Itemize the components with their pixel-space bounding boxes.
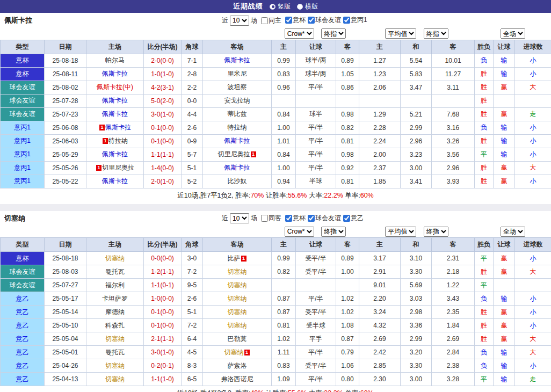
team-link[interactable]: 佩斯卡拉(中): [97, 83, 133, 91]
league-filter[interactable]: 意丙1: [341, 16, 367, 25]
league-filter-checkbox[interactable]: [285, 17, 292, 24]
league-filter-checkbox[interactable]: [343, 215, 350, 222]
corner-cell: 7-2: [182, 319, 203, 332]
average-time-select[interactable]: 终指: [424, 28, 448, 39]
match-count-select[interactable]: 10: [230, 213, 249, 223]
asia-home-odds-cell: 1.11: [272, 346, 296, 359]
score-cell: 1-0(1-0): [144, 67, 182, 81]
team-link[interactable]: 佩斯卡拉: [102, 177, 128, 185]
team-link[interactable]: 切塞纳: [105, 362, 125, 369]
team-link[interactable]: 比萨: [228, 255, 241, 262]
goals-result-cell: 大: [515, 81, 551, 94]
team-link[interactable]: 佩斯卡拉: [102, 70, 128, 77]
team-link[interactable]: 弗洛西诺尼: [221, 375, 253, 383]
bookmaker-time-select[interactable]: 终指: [321, 227, 346, 237]
league-filter[interactable]: 意杯: [283, 214, 306, 223]
team-link[interactable]: 安戈拉纳: [224, 97, 250, 104]
asia-handicap-cell: [296, 94, 336, 107]
same-venue-checkbox[interactable]: [261, 215, 268, 222]
league-filter-checkbox[interactable]: [285, 215, 292, 222]
team-link[interactable]: 切塞纳: [105, 335, 125, 343]
team-link[interactable]: 科森扎: [105, 322, 125, 329]
team-link[interactable]: 切塞纳: [224, 349, 244, 356]
team-link[interactable]: 特拉纳: [228, 124, 247, 131]
team-link[interactable]: 里米尼: [228, 70, 247, 77]
same-venue-checkbox[interactable]: [261, 17, 268, 24]
team-link[interactable]: 佩斯卡拉: [102, 150, 128, 158]
scope-select[interactable]: 全场: [501, 28, 525, 39]
blank-header: [1, 28, 272, 40]
same-venue-filter[interactable]: 同主: [259, 16, 281, 25]
team-link[interactable]: 蒂比兹: [228, 110, 247, 118]
team-link[interactable]: 切塞纳: [105, 375, 125, 383]
radio-icon[interactable]: [297, 4, 303, 10]
team-link[interactable]: 切塞纳: [228, 268, 247, 275]
euro-away-odds-cell: 2.35: [432, 306, 475, 319]
asia-away-odds-cell: 0.81: [336, 134, 359, 148]
view-option-vertical[interactable]: 竖版: [270, 2, 291, 11]
bookmaker-select[interactable]: Crow*: [285, 28, 314, 39]
scope-select[interactable]: 全场: [501, 227, 525, 237]
league-filter[interactable]: 球会友谊: [306, 16, 341, 25]
team-link[interactable]: 切塞纳: [228, 281, 247, 289]
team-link[interactable]: 佩斯卡拉: [224, 56, 250, 64]
score-cell: 0-1(0-0): [144, 121, 182, 134]
league-filter[interactable]: 意杯: [283, 16, 306, 25]
league-type-cell: 意杯: [1, 252, 45, 265]
corner-cell: 6-4: [182, 332, 203, 346]
team-link[interactable]: 帕尔马: [105, 56, 125, 64]
score-cell: 3-0(1-0): [144, 107, 182, 121]
match-count-select[interactable]: 10: [230, 16, 249, 26]
goals-result-cell: 走: [515, 373, 551, 386]
league-filter-checkbox[interactable]: [343, 17, 350, 24]
average-time-select[interactable]: 终指: [424, 227, 448, 237]
team-link[interactable]: 切塞纳: [105, 255, 125, 262]
league-filter-checkbox[interactable]: [308, 17, 315, 24]
team-link[interactable]: 比沙奴: [228, 177, 247, 185]
asia-away-odds-cell: 0.80: [336, 373, 359, 386]
view-option-horizontal[interactable]: 横版: [297, 2, 318, 11]
team-link[interactable]: 切塞纳: [228, 308, 247, 316]
team-link[interactable]: 佩斯卡拉: [105, 124, 131, 131]
same-venue-filter[interactable]: 同客: [259, 214, 281, 223]
radio-icon[interactable]: [270, 4, 276, 10]
team-link[interactable]: 特拉纳: [108, 137, 128, 144]
result-cell: 胜: [475, 67, 494, 81]
team-link[interactable]: 卡坦萨罗: [102, 295, 128, 302]
summary-segment: 让胜率:: [264, 192, 287, 199]
league-type-cell: 球会友谊: [1, 107, 45, 121]
euro-home-odds-cell: 2.69: [359, 332, 401, 346]
team-link[interactable]: 切塞纳: [228, 322, 247, 329]
team-link[interactable]: 切里尼奥拉: [218, 150, 250, 158]
team-link[interactable]: 佩斯卡拉: [102, 110, 128, 118]
team-link[interactable]: 佩斯卡拉: [224, 164, 250, 171]
summary-segment: 55.6%: [288, 389, 307, 392]
team-link[interactable]: 波坦察: [228, 83, 247, 91]
team-link[interactable]: 萨索洛: [228, 362, 247, 369]
team-link[interactable]: 佩斯卡拉: [224, 137, 250, 144]
team-link[interactable]: 福尔利: [105, 281, 125, 289]
asia-home-odds-cell: 0.87: [272, 306, 296, 319]
away-team-cell: 里米尼: [203, 67, 272, 81]
team-link[interactable]: 切塞纳: [228, 295, 247, 302]
league-filter[interactable]: 球会友谊: [306, 214, 341, 223]
games-label: 场: [251, 16, 257, 25]
team-name: 切塞纳: [4, 214, 25, 223]
team-link[interactable]: 曼托瓦: [105, 349, 125, 356]
team-link[interactable]: 曼托瓦: [105, 268, 125, 275]
average-select[interactable]: 平均值: [385, 227, 416, 237]
date-cell: 25-08-11: [45, 67, 86, 81]
team-link[interactable]: 摩德纳: [105, 308, 125, 316]
euro-draw-odds-cell: 3.10: [401, 252, 432, 265]
league-filter-checkbox[interactable]: [308, 215, 315, 222]
team-link[interactable]: 巴勒莫: [228, 335, 247, 343]
score-cell: 0-2(0-1): [144, 359, 182, 373]
league-filter[interactable]: 意乙: [341, 214, 364, 223]
bookmaker-select[interactable]: Crow*: [285, 227, 314, 237]
results-table: Crow* 终指 平均值 终指 全场 类型 日期 主场 比分(半场) 角球 客场…: [0, 226, 551, 387]
bookmaker-time-select[interactable]: 终指: [321, 28, 346, 39]
average-select[interactable]: 平均值: [385, 28, 416, 39]
team-link[interactable]: 切里尼奥拉: [102, 164, 134, 171]
goals-result-cell: [515, 94, 551, 107]
team-link[interactable]: 佩斯卡拉: [102, 97, 128, 104]
